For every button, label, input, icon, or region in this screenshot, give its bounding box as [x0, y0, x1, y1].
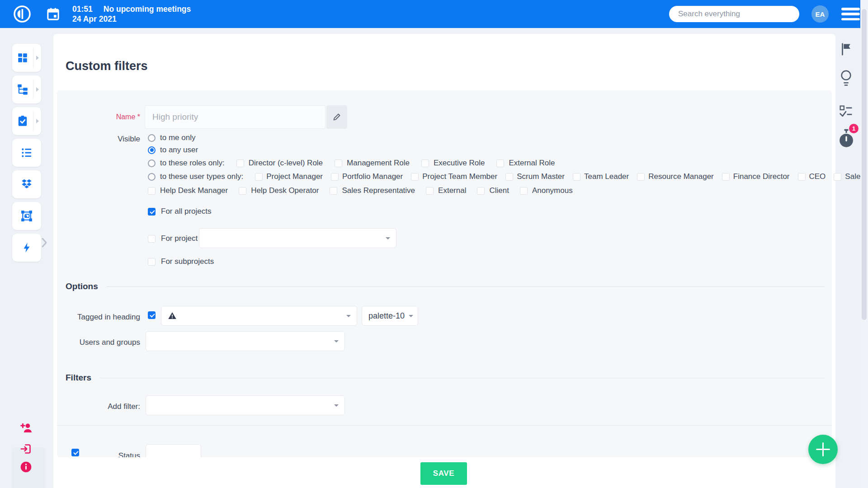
radio-user-types-only[interactable]: to these user types only:	[148, 172, 243, 181]
user-type-checkbox[interactable]: Project Team Member	[411, 172, 497, 181]
radio-to-any-user[interactable]: to any user	[148, 145, 198, 155]
meetings-status: No upcoming meetings	[104, 4, 191, 14]
checkbox[interactable]	[573, 173, 580, 181]
radio[interactable]	[148, 173, 156, 181]
current-date: 24 Apr 2021	[72, 14, 191, 24]
role-checkbox[interactable]: Executive Role	[421, 159, 485, 168]
lightning-icon	[12, 242, 41, 253]
tagged-in-heading-label: Tagged in heading	[66, 313, 140, 322]
for-all-projects-checkbox[interactable]: For all projects	[148, 207, 211, 216]
sidebar-item-quick-actions[interactable]	[12, 234, 41, 262]
warning-icon	[168, 311, 177, 320]
expand-sidebar-icon[interactable]	[41, 237, 48, 249]
radio[interactable]	[148, 134, 156, 142]
checklist-icon[interactable]	[839, 104, 853, 118]
radio-roles-only[interactable]: to these roles only:	[148, 159, 225, 168]
sign-in-icon[interactable]	[20, 443, 32, 455]
user-type-checkbox[interactable]: Portfolio Manager	[331, 172, 403, 181]
visible-label: Visible	[66, 135, 140, 144]
add-new-button[interactable]	[808, 435, 838, 464]
tagged-value-select[interactable]	[161, 306, 357, 326]
palette-select[interactable]: palette-10	[362, 306, 418, 326]
search-input[interactable]	[669, 6, 799, 22]
right-sidebar	[835, 28, 860, 488]
checkbox[interactable]	[236, 160, 244, 167]
checkbox[interactable]	[411, 173, 419, 181]
radio[interactable]	[148, 146, 156, 154]
checkbox[interactable]	[421, 160, 429, 167]
user-type-checkbox[interactable]: Help Desk Operator	[239, 186, 319, 195]
role-checkbox[interactable]: Management Role	[335, 159, 410, 168]
menu-icon[interactable]	[841, 8, 860, 20]
tagged-in-heading-checkbox[interactable]	[148, 311, 156, 319]
app-logo-icon[interactable]	[13, 5, 32, 23]
checkbox[interactable]	[335, 160, 342, 167]
chevron-down-icon	[346, 315, 351, 317]
role-checkbox[interactable]: External Role	[496, 159, 555, 168]
checkbox[interactable]	[520, 187, 528, 195]
clock-block[interactable]: 01:51 No upcoming meetings 24 Apr 2021	[72, 4, 191, 24]
checkbox[interactable]	[637, 173, 645, 181]
filters-heading: Filters	[66, 373, 91, 383]
info-icon[interactable]	[20, 461, 32, 473]
user-type-checkbox[interactable]: Anonymous	[520, 186, 573, 195]
for-project-checkbox[interactable]: For project	[148, 234, 198, 243]
radio[interactable]	[148, 160, 156, 167]
checkbox[interactable]	[331, 173, 339, 181]
chevron-down-icon	[334, 404, 339, 407]
checkbox[interactable]	[834, 173, 841, 181]
scrollbar-track[interactable]	[860, 0, 868, 488]
checkbox[interactable]	[330, 187, 337, 195]
visible-option-row: to these roles only: Director (c-level) …	[148, 158, 868, 169]
scrollbar-thumb[interactable]	[862, 9, 867, 320]
add-filter-select[interactable]	[146, 395, 345, 415]
user-type-checkbox[interactable]: Help Desk Manager	[148, 186, 228, 195]
users-and-groups-select[interactable]	[146, 331, 345, 351]
user-type-checkbox[interactable]: Project Manager	[255, 172, 323, 181]
sidebar-item-dashboard[interactable]	[12, 44, 41, 72]
checkbox[interactable]	[148, 235, 156, 243]
checkbox[interactable]	[148, 208, 156, 216]
sidebar-item-hierarchy[interactable]	[12, 75, 41, 103]
checkbox[interactable]	[148, 311, 156, 319]
radio-to-me-only[interactable]: to me only	[148, 133, 195, 142]
avatar[interactable]: EA	[811, 5, 829, 23]
user-type-checkbox[interactable]: CEO	[798, 172, 826, 181]
user-type-checkbox[interactable]: Sales Representative	[330, 186, 415, 195]
checkbox[interactable]	[496, 160, 504, 167]
checkbox[interactable]	[426, 187, 434, 195]
edit-name-button[interactable]	[326, 105, 347, 129]
for-subprojects-checkbox[interactable]: For subprojects	[148, 257, 214, 266]
calendar-icon[interactable]	[46, 7, 60, 21]
sidebar-item-list[interactable]	[12, 139, 41, 167]
save-button[interactable]: SAVE	[420, 462, 467, 485]
flag-icon[interactable]	[840, 42, 852, 56]
checkbox[interactable]	[255, 173, 263, 181]
user-type-checkbox[interactable]: Resource Manager	[637, 172, 714, 181]
submenu-arrow-icon	[33, 111, 41, 131]
add-user-icon[interactable]	[20, 422, 32, 434]
user-type-checkbox[interactable]: Scrum Master	[505, 172, 565, 181]
user-type-checkbox[interactable]: External	[426, 186, 466, 195]
name-input[interactable]	[145, 105, 326, 129]
sidebar-item-dropbox[interactable]	[12, 170, 41, 198]
stopwatch-badge: 1	[849, 124, 859, 133]
idea-icon[interactable]	[840, 70, 852, 89]
checkbox[interactable]	[239, 187, 246, 195]
checkbox[interactable]	[722, 173, 730, 181]
role-checkbox[interactable]: Director (c-level) Role	[236, 159, 323, 168]
user-type-checkbox[interactable]: Client	[477, 186, 509, 195]
checkbox[interactable]	[505, 173, 513, 181]
tasks-icon	[12, 115, 33, 127]
user-type-checkbox[interactable]: Team Leader	[573, 172, 629, 181]
user-type-checkbox[interactable]: Finance Director	[722, 172, 790, 181]
sidebar-item-scrum-board[interactable]	[12, 202, 41, 230]
for-project-select[interactable]	[199, 228, 396, 248]
roles-checkbox-list: Director (c-level) Role Management Role …	[236, 159, 555, 168]
checkbox[interactable]	[477, 187, 485, 195]
dashboard-icon	[12, 52, 33, 64]
checkbox[interactable]	[148, 258, 156, 266]
checkbox[interactable]	[148, 187, 156, 195]
checkbox[interactable]	[798, 173, 806, 181]
sidebar-item-tasks[interactable]	[12, 107, 41, 135]
